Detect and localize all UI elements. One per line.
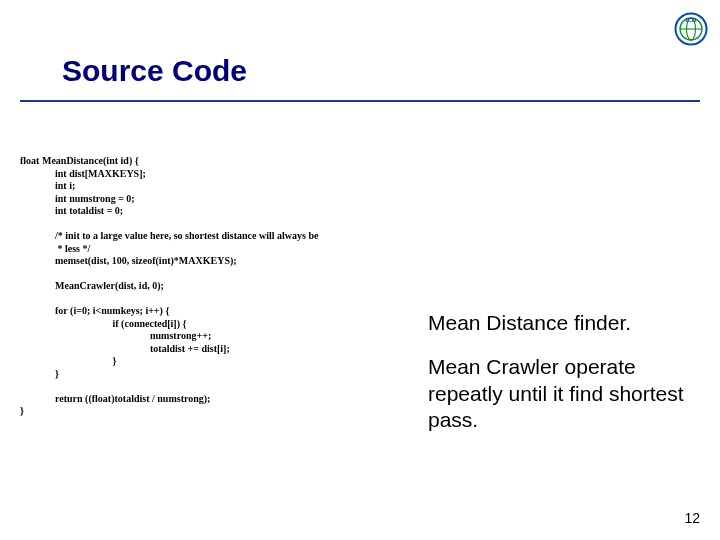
icu-logo-icon: ICU [674, 12, 708, 46]
explain-line-1: Mean Distance finder. [428, 310, 698, 336]
slide: ICU Source Code float MeanDistance(int i… [0, 0, 720, 540]
title-underline [20, 100, 700, 102]
code-block: float MeanDistance(int id) { int dist[MA… [20, 155, 420, 418]
page-number: 12 [684, 510, 700, 526]
page-title: Source Code [62, 54, 247, 88]
explain-line-2: Mean Crawler operate repeatly until it f… [428, 354, 698, 433]
explain-block: Mean Distance finder. Mean Crawler opera… [428, 310, 698, 451]
logo-text: ICU [686, 16, 697, 23]
